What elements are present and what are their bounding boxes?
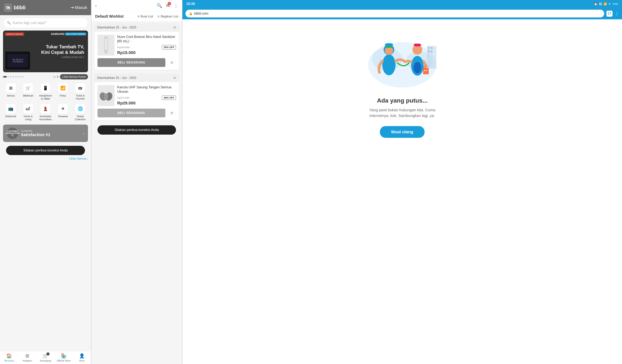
category-homeliving[interactable]: 🛋 Home &Living [20,104,36,121]
category-semua[interactable]: ⊞ Semua [3,83,19,100]
svg-rect-27 [431,47,432,49]
lock-icon: 🔒 [189,12,193,15]
card2-close-btn[interactable]: ✕ [173,76,176,80]
notification-btn[interactable]: ✉ 0 [166,3,170,8]
browser-menu-btn[interactable]: ⋮ [615,11,619,16]
category-global[interactable]: 🌐 GlobalCollection [72,104,88,121]
search-icon: 🔍 [7,21,11,25]
akun-label: Akun [79,359,85,362]
homeliving-label: Home &Living [24,115,33,121]
blibli-logo: 🛍 blibli [4,3,25,12]
svg-rect-26 [428,47,430,49]
card1-discount: 50% OFF [162,45,176,50]
tv-screen: The World ofThe Married [7,54,28,67]
card1-close-btn[interactable]: ✕ [173,25,176,30]
share-icon: ⎋ [157,15,159,19]
status-icons: ⏰ 🖼 📶 ✈ 74% [594,2,618,6]
nav-kategori[interactable]: ⊞ Kategori [18,353,37,362]
card2-discount: 49% OFF [162,96,176,100]
samsung-label: SAMSUNG [51,32,64,36]
svg-point-24 [426,70,427,71]
dot-8 [22,76,24,77]
card1-footer: BELI SEKARANG ⎋ [97,58,176,67]
card2-product-info: Kanzia UHF Sarung Tangan Semua Ukuran Rp… [117,85,176,106]
dot-5 [15,76,17,77]
dot-2 [8,76,9,77]
wishlist-card-2: Ditambahkan 25 - Jun - 2020 ✕ Kanzia UHF… [95,74,179,120]
homeliving-icon: 🛋 [23,104,33,114]
card1-share-btn[interactable]: ⎋ [168,58,176,67]
reload-button[interactable]: Muat ulang [380,126,425,138]
category-elektronik[interactable]: 📺 Elektronik [3,104,19,121]
nav-beranda[interactable]: 🏠 Beranda [0,353,18,362]
category-handphone[interactable]: 📱 Handphone& Tablet [38,83,53,100]
alarm-icon: ⏰ [594,2,598,6]
p1-login-btn[interactable]: ⇥ Masuk [70,5,87,10]
p1-lihat-semua[interactable]: Lihat Semua › [69,157,88,160]
p1-toast-wrapper: Silakan periksa koneksi Anda [3,146,88,155]
p3-status-bar: 15:26 ⏰ 🖼 📶 ✈ 74% [182,0,622,8]
svg-rect-19 [414,44,420,46]
kategori-label: Kategori [23,359,32,362]
card1-price-row: Rp30.000 50% OFF [117,45,176,50]
card1-product-info: Nuvo Cool Breeze Biru Hand Sanitizer [85… [117,35,176,55]
gratis-ongkir-badge: GRATIS ONGKIR [5,32,24,36]
kesehatan-label: KesehatanKecantikan [39,115,52,121]
dot-6 [18,76,19,77]
svg-rect-16 [386,46,392,48]
category-pesawat[interactable]: ✈ Pesawat [55,104,71,121]
kesehatan-icon: 💄 [40,104,50,114]
p2-toast-wrapper: Silakan periksa koneksi Anda [95,125,179,134]
bagikan-list-btn[interactable]: ⎋ Bagikan List [157,15,178,19]
url-box[interactable]: 🔒 blibli.com [185,10,604,18]
category-ticket[interactable]: 🎟 Ticket &Voucher [72,83,88,100]
more-btn[interactable]: ⋮ [174,3,178,8]
back-button[interactable]: ‹ [95,3,97,8]
nav-official-store[interactable]: 🏪 Official Store [55,353,73,362]
p1-search-bar[interactable]: 🔍 Kamu lagi cari apa? [3,18,88,28]
card2-new-price: Rp29.000 [117,101,176,106]
login-icon: ⇥ [70,5,74,10]
satisfaction-text: Customer Satisfaction #1 [21,129,80,137]
satisfaction-title: Satisfaction #1 [21,132,80,137]
url-text: blibli.com [194,12,208,16]
ticket-label: Ticket &Voucher [76,94,85,100]
buat-list-label: Buat List [140,15,153,19]
buat-list-btn[interactable]: ≡ Buat List [137,15,153,19]
panel-wishlist: ‹ 🔍 ✉ 0 ⋮ Default Wishlist ≡ Buat List ⎋… [91,0,182,364]
elektronik-icon: 📺 [6,104,16,114]
satisfaction-subtitle: Customer [21,129,80,132]
elektronik-label: Elektronik [5,115,16,118]
p1-dots-row: 1 / 8 Lihat Semua Promo [0,72,91,81]
category-bliblimart[interactable]: 🛒 Bliblimart [20,83,36,100]
p1-satisfaction-banner[interactable]: CUSTOMERSATISFACTION#1 Customer Satisfac… [3,125,88,142]
promo-btn[interactable]: Lihat Semua Promo [60,74,88,79]
pesawat-icon: ✈ [58,104,68,114]
login-label: Masuk [75,5,87,10]
signal-icon: 📶 [603,2,607,6]
nav-keranjang[interactable]: 🛒 0 Keranjang [37,353,55,362]
wishlist-card-1: Ditambahkan 25 - Jun - 2020 ✕ Nuvo Cool … [95,23,179,70]
card1-buy-btn[interactable]: BELI SEKARANG [97,58,165,67]
global-icon: 🌐 [75,104,85,114]
handphone-icon: 📱 [40,83,50,93]
satisfaction-arrow: › [83,131,84,135]
p1-banner[interactable]: GRATIS ONGKIR SAMSUNG blibli TUKAR TAMBA… [3,31,88,72]
svg-rect-22 [423,68,429,74]
card2-buy-btn[interactable]: BELI SEKARANG [97,109,165,117]
blibli-logo-text: blibli [14,4,25,11]
card1-body: Nuvo Cool Breeze Biru Hand Sanitizer [85… [95,32,179,70]
nav-akun[interactable]: 👤 Akun [73,353,91,362]
dot-4 [13,76,14,77]
search-btn[interactable]: 🔍 [157,3,162,8]
satisfaction-badge: CUSTOMERSATISFACTION#1 [7,128,18,139]
panel-blibli-app: 🛍 blibli ⇥ Masuk 🔍 Kamu lagi cari apa? G… [0,0,91,364]
category-pulsa[interactable]: 📶 Pulsa [55,83,71,100]
kategori-icon: ⊞ [25,353,29,359]
tv-illustration: The World ofThe Married [5,52,30,70]
airplane-icon: ✈ [608,2,611,6]
category-kesehatan[interactable]: 💄 KesehatanKecantikan [38,104,53,121]
p2-header-icons: 🔍 ✉ 0 ⋮ [157,3,178,8]
tab-count-btn[interactable]: 17 [606,11,613,17]
card2-share-btn[interactable]: ⎋ [168,109,176,117]
